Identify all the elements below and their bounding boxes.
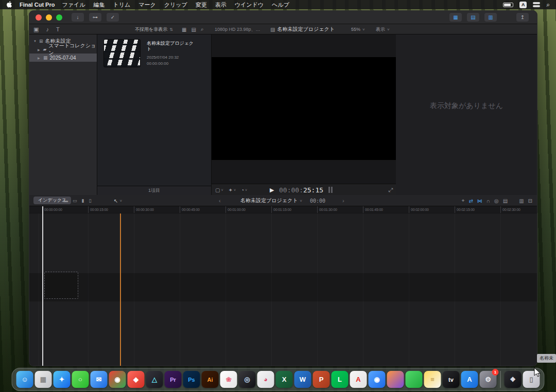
audio-meters-icon[interactable] [328,184,333,195]
apple-menu[interactable] [6,1,12,9]
filmstrip-view-button[interactable]: ▦ [182,27,186,32]
zoom-window-button[interactable] [56,14,62,21]
affinity-app-dock-icon[interactable]: △ [146,371,163,388]
append-edit-icon[interactable]: ▮ [82,198,84,203]
audio-meters-icon[interactable]: ▥ [519,198,524,204]
colorful-globe-app-dock-icon[interactable] [387,371,404,388]
event-browser[interactable]: 名称未設定プロジェクト 2025/07/04 20:32 00:00:00:00… [97,34,212,195]
control-center-icon[interactable] [533,2,540,7]
photos-audio-tab[interactable]: ♪ [46,26,49,32]
keyword-editor-button[interactable]: ⊶ [89,13,101,22]
disclosure-triangle-icon[interactable]: ▼ [33,40,37,43]
menu-item-7[interactable]: ウインドウ [235,1,264,9]
viewer-view-dropdown[interactable]: 表示 ˅ [376,24,390,34]
snapping-icon[interactable]: ⋈ [477,198,482,204]
zoom-value: 55% [351,27,360,32]
search-button[interactable]: ⌕ [201,26,204,32]
clip-appearance-icon[interactable]: ▤ [503,198,508,204]
timeline-canvas[interactable] [29,213,537,366]
libraries-tab[interactable]: ▣ [33,26,39,33]
previous-project-button[interactable]: ‹ [219,195,221,206]
messages-dock-icon[interactable]: ○ [72,371,89,388]
minimize-window-button[interactable] [46,14,52,21]
notes-dock-icon[interactable]: ≡ [424,371,441,388]
close-window-button[interactable] [36,14,42,21]
finder-glyph: ☺ [21,376,28,383]
mail-dock-icon[interactable]: ✉ [91,371,108,388]
chrome-dock-icon[interactable]: ◉ [109,371,126,388]
input-source-indicator[interactable]: A [519,2,527,8]
playhead[interactable] [42,206,43,366]
menu-item-0[interactable]: ファイル [62,1,85,9]
timeline-ruler[interactable]: 00:00:00:0000:00:15:0000:00:30:0000:00:4… [29,206,537,213]
clapper-icon: ▨ [270,27,275,32]
acrobat-dock-icon[interactable]: A [350,371,367,388]
illustrator-dock-icon[interactable]: Ai [202,371,219,388]
chevron-down-icon: ˅ [119,199,122,203]
skimming-icon[interactable]: ⇄ [468,198,473,204]
photoshop-dock-icon[interactable]: Ps [183,371,200,388]
gap-placeholder[interactable] [44,272,78,299]
recent-dark-app-dock-icon[interactable]: ❖ [505,371,522,388]
inspector-panel-toggle[interactable]: ▥ [484,13,497,22]
play-button[interactable]: ▶ [270,184,274,195]
timeline-panel-toggle[interactable]: ▤ [467,13,479,22]
camera-app-dock-icon[interactable]: ◎ [239,371,256,388]
list-view-button[interactable]: ▤ [191,27,196,32]
connect-edit-icon[interactable]: ▬ [63,198,68,203]
red-diamond-app-dock-icon[interactable]: ◆ [128,371,145,388]
insert-edit-icon[interactable]: ▭ [73,198,77,203]
safari-dock-icon[interactable]: ✦ [54,371,71,388]
menu-item-5[interactable]: 変更 [196,1,207,9]
fullscreen-button[interactable]: ⤢ [388,184,393,195]
item-count: 1項目 [148,187,160,194]
apple-tv-dock-icon[interactable]: tv [443,371,460,388]
launchpad-dock-icon[interactable]: ▦ [35,371,52,388]
timeline-project-dropdown[interactable]: 名称未設定プロジェクト ˅ [240,195,302,206]
menu-item-1[interactable]: 編集 [93,1,105,9]
position-icon[interactable]: ⌖ [462,198,465,204]
disclosure-triangle-icon[interactable]: ▶ [38,48,41,51]
solo-icon[interactable]: ◎ [494,198,499,204]
event-label: 2025-07-04 [50,55,76,61]
system-settings-dock-icon[interactable]: ⚙1 [480,371,497,388]
select-tool-dropdown[interactable]: ↖ ˅ [114,195,122,206]
viewer-zoom-dropdown[interactable]: 55% ˅ [351,24,365,34]
retime-menu[interactable]: ◔˅ [241,187,247,193]
finder-dock-icon[interactable]: ☺ [16,371,33,388]
import-media-button[interactable]: ↓ [72,13,84,22]
browser-footer: 1項目 [97,186,211,195]
menu-item-6[interactable]: 表示 [215,1,227,9]
timeline-history-icon[interactable]: ⊟ [528,198,532,204]
excel-dock-icon[interactable]: X [276,371,293,388]
sidebar-item-smart-collection[interactable]: ▶ ▰ スマートコレクション [29,45,97,54]
next-project-button[interactable]: › [342,195,344,206]
titles-generators-tab[interactable]: T [56,26,60,32]
share-button[interactable]: ↥ [516,13,529,22]
transform-menu[interactable]: ▢˅ [215,187,223,193]
overwrite-edit-icon[interactable]: ▯ [89,198,91,203]
menu-item-4[interactable]: クリップ [164,1,187,9]
line-dock-icon[interactable]: L [332,371,349,388]
clip-thumbnail[interactable] [103,39,141,67]
background-tasks-button[interactable]: ✓ [107,13,119,22]
app-menu[interactable]: Final Cut Pro [20,2,55,8]
video-call-app-dock-icon[interactable]: ◉ [369,371,386,388]
clip-title[interactable]: 名称未設定プロジェクト [147,41,196,52]
menu-item-3[interactable]: マーク [138,1,156,9]
menu-item-8[interactable]: ヘルプ [272,1,289,9]
green-app-dock-icon[interactable] [406,371,423,388]
premiere-pro-dock-icon[interactable]: Pr [165,371,182,388]
colorful-people-app-dock-icon[interactable]: ◕ [257,371,274,388]
browser-panel-toggle[interactable]: ▦ [449,13,462,22]
filter-dropdown[interactable]: 不採用を非表示 ⇅ [135,24,173,34]
word-dock-icon[interactable]: W [294,371,311,388]
spotlight-icon[interactable]: ⌕ [546,1,550,8]
audio-skimming-icon[interactable]: ∩ [486,198,490,204]
powerpoint-dock-icon[interactable]: P [313,371,330,388]
menu-item-2[interactable]: トリム [113,1,130,9]
photos-dock-icon[interactable]: ❀ [220,371,237,388]
disclosure-triangle-icon[interactable]: ▶ [38,56,41,60]
app-store-dock-icon[interactable]: A [461,371,478,388]
effects-menu[interactable]: ✦˅ [229,187,236,193]
